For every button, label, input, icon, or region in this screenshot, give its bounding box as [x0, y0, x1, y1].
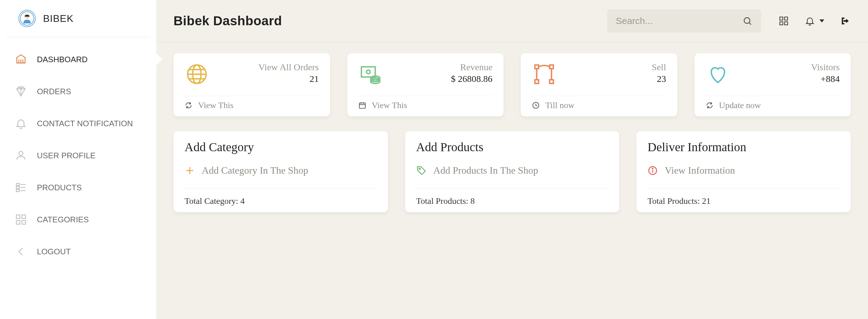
stat-label: Visitors [811, 62, 840, 72]
list-icon [13, 180, 28, 195]
tag-icon [416, 165, 427, 176]
logout-icon [840, 16, 850, 26]
logout-button[interactable] [840, 16, 851, 27]
globe-icon [185, 62, 209, 87]
avatar-icon [20, 11, 34, 26]
action-row: Add Category Add Category In The Shop To… [174, 131, 851, 212]
svg-rect-36 [550, 80, 553, 83]
nav-label: CONTACT NOTIFICATION [37, 119, 133, 128]
calendar-icon [358, 101, 366, 109]
action-link-text: View Information [665, 165, 735, 176]
notifications-button[interactable] [805, 16, 824, 27]
topbar-icons [778, 16, 851, 27]
refresh-icon [706, 101, 714, 109]
svg-point-40 [419, 168, 420, 169]
nav-item-contact-notification[interactable]: CONTACT NOTIFICATION [0, 108, 156, 140]
nav-item-products[interactable]: PRODUCTS [0, 172, 156, 204]
action-title: Deliver Information [648, 140, 840, 154]
action-total: Total Category: 4 [185, 196, 377, 206]
main: Bibek Dashboard [156, 0, 868, 319]
sidebar: BIBEK DASHBOARD ORDERS CONTACT NOTIFICAT… [0, 0, 156, 319]
action-link-text: Add Category In The Shop [202, 165, 308, 176]
action-title: Add Products [416, 140, 609, 154]
stat-label: Revenue [451, 62, 492, 72]
svg-rect-29 [359, 103, 365, 108]
action-link-text: Add Products In The Shop [433, 165, 538, 176]
svg-rect-17 [780, 22, 783, 25]
nav-item-dashboard[interactable]: DASHBOARD [0, 44, 156, 76]
stat-footer-orders[interactable]: View This [185, 100, 319, 110]
chevron-left-icon [13, 244, 28, 259]
svg-rect-3 [16, 183, 20, 186]
svg-line-14 [749, 23, 751, 25]
stat-card-orders: View All Orders 21 View This [174, 53, 330, 116]
nav-label: PRODUCTS [37, 183, 82, 193]
nav-label: ORDERS [37, 87, 71, 96]
stat-value: 23 [652, 74, 666, 84]
stat-footer-revenue[interactable]: View This [358, 100, 493, 110]
stat-card-sell: Sell 23 Till now [521, 53, 677, 116]
page-title: Bibek Dashboard [174, 13, 282, 28]
svg-point-43 [652, 168, 653, 169]
add-category-link[interactable]: Add Category In The Shop [185, 165, 377, 188]
svg-rect-11 [16, 221, 20, 224]
action-card-products: Add Products Add Products In The Shop To… [405, 131, 619, 212]
stat-footer-sell[interactable]: Till now [532, 100, 666, 110]
svg-rect-7 [16, 190, 20, 192]
stat-footer-text: Till now [545, 100, 575, 110]
svg-point-13 [744, 18, 750, 23]
bank-icon [13, 52, 28, 67]
stats-row: View All Orders 21 View This Rev [174, 53, 851, 116]
heart-icon [706, 62, 730, 87]
stat-footer-text: Update now [719, 100, 761, 110]
stat-label: Sell [652, 62, 666, 72]
svg-rect-12 [22, 221, 26, 224]
svg-rect-16 [785, 17, 788, 20]
nav-label: DASHBOARD [37, 55, 88, 64]
refresh-icon [185, 101, 192, 109]
svg-rect-34 [550, 65, 553, 69]
nav-label: USER PROFILE [37, 151, 96, 161]
diamond-icon [13, 84, 28, 99]
svg-rect-33 [535, 65, 538, 69]
caret-down-icon [819, 20, 824, 23]
nav-item-user-profile[interactable]: USER PROFILE [0, 140, 156, 172]
search-input[interactable] [616, 16, 743, 26]
search-box[interactable] [607, 9, 761, 33]
svg-rect-5 [16, 186, 20, 189]
user-icon [13, 148, 28, 163]
svg-rect-15 [780, 17, 783, 20]
grid-menu-button[interactable] [778, 16, 789, 27]
svg-rect-18 [785, 22, 788, 25]
plus-icon [185, 165, 195, 176]
add-products-link[interactable]: Add Products In The Shop [416, 165, 609, 188]
nav-item-logout[interactable]: LOGOUT [0, 236, 156, 268]
stat-card-revenue: Revenue $ 26808.86 View This [347, 53, 504, 116]
stat-value: $ 26808.86 [451, 74, 492, 84]
stat-value: +884 [811, 74, 840, 84]
action-card-category: Add Category Add Category In The Shop To… [174, 131, 388, 212]
money-icon [358, 62, 383, 87]
bell-icon [13, 116, 28, 131]
stat-footer-visitors[interactable]: Update now [706, 100, 840, 110]
stat-value: 21 [258, 74, 319, 84]
svg-rect-10 [22, 215, 26, 219]
nav-item-orders[interactable]: ORDERS [0, 76, 156, 108]
svg-point-2 [19, 151, 23, 155]
action-card-deliver: Deliver Information View Information Tot… [637, 131, 851, 212]
stat-footer-text: View This [198, 100, 234, 110]
clock-icon [532, 101, 540, 109]
stat-card-visitors: Visitors +884 Update now [694, 53, 851, 116]
view-information-link[interactable]: View Information [648, 165, 840, 188]
apps-icon [778, 16, 789, 26]
info-icon [648, 165, 658, 176]
search-icon [743, 16, 752, 26]
nav-item-categories[interactable]: CATEGORIES [0, 204, 156, 236]
stat-footer-text: View This [372, 100, 407, 110]
svg-rect-24 [362, 67, 375, 77]
action-total: Total Products: 21 [648, 196, 840, 206]
avatar [19, 10, 36, 27]
vector-icon [532, 62, 556, 87]
sidebar-header: BIBEK [6, 7, 150, 37]
content: View All Orders 21 View This Rev [156, 42, 868, 223]
